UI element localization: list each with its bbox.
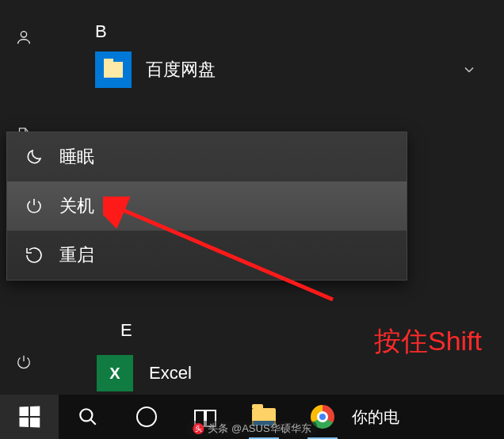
chevron-down-icon[interactable] xyxy=(461,62,477,81)
watermark-logo-icon: 头 xyxy=(193,423,204,434)
svg-line-4 xyxy=(90,419,96,425)
svg-point-3 xyxy=(80,409,92,421)
excel-tile-icon: X xyxy=(97,355,133,391)
section-letter-e[interactable]: E xyxy=(120,320,132,341)
search-icon xyxy=(78,407,98,427)
windows-logo-icon xyxy=(20,407,40,428)
cortana-icon xyxy=(136,407,157,427)
power-menu-sleep[interactable]: 睡眠 xyxy=(7,132,407,181)
watermark-text: 头条 @ASUS华硕华东 xyxy=(208,422,311,436)
folder-tile-icon xyxy=(95,52,132,88)
apps-list: B 百度网盘 xyxy=(86,16,496,92)
taskbar-window-title[interactable]: 你的电 xyxy=(352,407,399,428)
power-context-menu: 睡眠 关机 重启 xyxy=(6,132,407,281)
svg-point-0 xyxy=(21,32,26,37)
power-menu-label: 关机 xyxy=(59,194,94,218)
app-label: 百度网盘 xyxy=(146,58,216,82)
start-button[interactable] xyxy=(0,395,59,439)
power-menu-restart[interactable]: 重启 xyxy=(7,231,407,280)
annotation-text: 按住Shift xyxy=(374,323,482,360)
user-account-icon[interactable] xyxy=(0,16,48,59)
watermark: 头 头条 @ASUS华硕华东 xyxy=(186,421,317,437)
moon-icon xyxy=(25,147,44,166)
power-menu-label: 睡眠 xyxy=(59,145,94,169)
power-icon xyxy=(25,197,44,216)
app-item-excel[interactable]: X Excel xyxy=(97,355,192,391)
section-letter-b[interactable]: B xyxy=(95,16,496,48)
app-item-baidu[interactable]: 百度网盘 xyxy=(86,48,496,92)
taskbar-search-button[interactable] xyxy=(59,395,117,439)
app-label: Excel xyxy=(149,363,192,384)
taskbar-cortana-button[interactable] xyxy=(117,395,176,439)
restart-icon xyxy=(25,246,44,265)
power-menu-shutdown[interactable]: 关机 xyxy=(7,181,407,231)
power-menu-label: 重启 xyxy=(59,243,94,267)
power-icon[interactable] xyxy=(0,341,48,384)
